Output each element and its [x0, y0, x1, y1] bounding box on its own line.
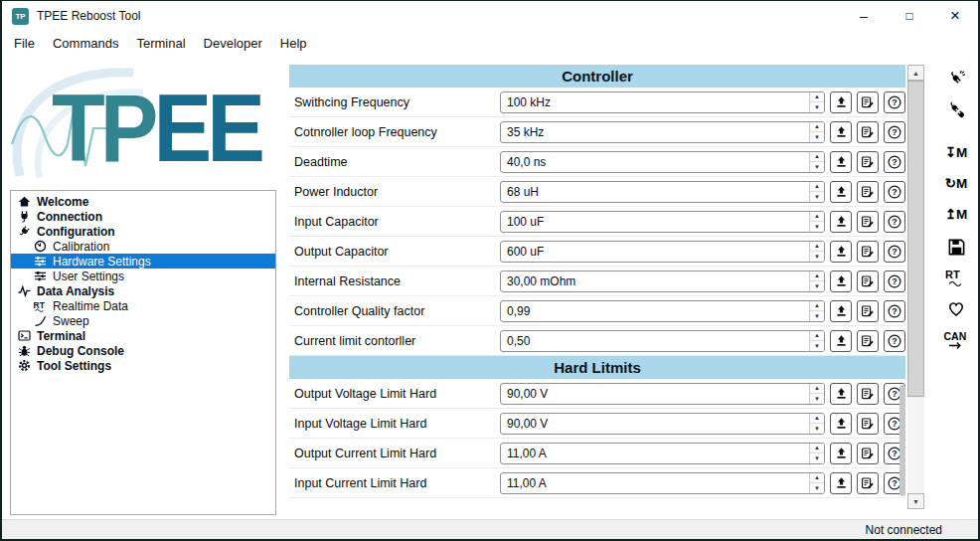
output-capacitor-input[interactable]: 600 uF▲▼	[500, 241, 825, 263]
close-button[interactable]: ×	[932, 1, 978, 31]
spin-down-button[interactable]: ▼	[810, 102, 824, 112]
eeprom-write-button[interactable]	[857, 121, 879, 143]
upload-button[interactable]	[830, 151, 852, 173]
sidebar-item-terminal[interactable]: Terminal	[11, 328, 275, 343]
eeprom-write-button[interactable]	[857, 241, 879, 263]
help-button[interactable]: ?	[884, 300, 905, 322]
upload-button[interactable]	[830, 383, 852, 405]
sidebar-item-sweep[interactable]: Sweep	[11, 313, 275, 328]
internal-resistance-input[interactable]: 30,00 mOhm▲▼	[500, 270, 825, 292]
power-inductor-input[interactable]: 68 uH▲▼	[500, 181, 825, 203]
maximize-button[interactable]: □	[887, 1, 932, 31]
eeprom-write-button[interactable]	[857, 270, 879, 292]
scroll-up-icon[interactable]: ▲	[907, 65, 924, 81]
memory-store-button[interactable]: ↧M	[940, 140, 972, 164]
minimize-button[interactable]: –	[841, 1, 887, 31]
disconnect-button[interactable]	[940, 99, 972, 123]
input-capacitor-input[interactable]: 100 uF▲▼	[500, 211, 825, 233]
spin-down-button[interactable]: ▼	[810, 341, 824, 351]
eeprom-write-button[interactable]	[857, 91, 879, 113]
eeprom-write-button[interactable]	[857, 413, 879, 435]
upload-button[interactable]	[830, 211, 852, 233]
eeprom-write-button[interactable]	[857, 472, 879, 494]
spin-down-button[interactable]: ▼	[810, 453, 824, 463]
menu-commands[interactable]: Commands	[44, 33, 127, 54]
menu-terminal[interactable]: Terminal	[127, 33, 194, 54]
help-button[interactable]: ?	[884, 330, 905, 352]
deadtime-input[interactable]: 40,0 ns▲▼	[500, 151, 825, 173]
eeprom-write-button[interactable]	[857, 383, 879, 405]
spin-down-button[interactable]: ▼	[810, 311, 824, 321]
upload-button[interactable]	[830, 121, 852, 143]
input-voltage-limit-hard-input[interactable]: 90,00 V▲▼	[500, 413, 825, 435]
spin-down-button[interactable]: ▼	[810, 394, 824, 404]
realtime-button[interactable]: RT	[940, 268, 972, 291]
upload-button[interactable]	[830, 472, 852, 494]
save-button[interactable]	[940, 237, 972, 261]
spin-up-button[interactable]: ▲	[810, 92, 824, 103]
eeprom-write-button[interactable]	[857, 300, 879, 322]
spin-down-button[interactable]: ▼	[810, 192, 824, 202]
upload-button[interactable]	[830, 443, 852, 464]
sidebar-item-user-settings[interactable]: User Settings	[11, 269, 275, 283]
help-button[interactable]: ?	[884, 181, 905, 203]
spin-down-button[interactable]: ▼	[810, 424, 824, 434]
spin-up-button[interactable]: ▲	[810, 414, 824, 425]
spin-up-button[interactable]: ▲	[810, 331, 824, 342]
spin-down-button[interactable]: ▼	[810, 281, 824, 291]
eeprom-write-button[interactable]	[857, 443, 879, 464]
input-current-limit-hard-input[interactable]: 11,00 A▲▼	[500, 472, 825, 494]
health-button[interactable]	[940, 298, 972, 322]
spin-down-button[interactable]: ▼	[810, 132, 824, 142]
help-button[interactable]: ?	[884, 91, 905, 113]
upload-button[interactable]	[830, 300, 852, 322]
scrollbar-thumb[interactable]	[907, 81, 924, 397]
can-button[interactable]: CAN	[940, 329, 972, 353]
upload-button[interactable]	[830, 91, 852, 113]
menu-help[interactable]: Help	[271, 33, 316, 54]
upload-button[interactable]	[830, 270, 852, 292]
spin-up-button[interactable]: ▲	[810, 444, 824, 454]
output-current-limit-hard-input[interactable]: 11,00 A▲▼	[500, 443, 825, 464]
eeprom-write-button[interactable]	[857, 211, 879, 233]
sidebar-item-hardware-settings[interactable]: Hardware Settings	[11, 254, 275, 269]
cotnroller-loop-frequency-input[interactable]: 35 kHz▲▼	[500, 121, 825, 143]
upload-button[interactable]	[830, 181, 852, 203]
eeprom-write-button[interactable]	[857, 151, 879, 173]
help-button[interactable]: ?	[884, 151, 905, 173]
sidebar-item-connection[interactable]: Connection	[11, 209, 275, 224]
upload-button[interactable]	[830, 241, 852, 263]
help-button[interactable]: ?	[884, 121, 905, 143]
scrollbar-track[interactable]	[907, 81, 924, 493]
sidebar-item-tool-settings[interactable]: Tool Settings	[11, 358, 275, 373]
spin-up-button[interactable]: ▲	[810, 242, 824, 253]
upload-button[interactable]	[830, 413, 852, 435]
sidebar-item-realtime-data[interactable]: RTRealtime Data	[11, 298, 275, 313]
eeprom-write-button[interactable]	[857, 330, 879, 352]
sidebar-item-debug-console[interactable]: Debug Console	[11, 343, 275, 358]
spin-up-button[interactable]: ▲	[810, 122, 824, 133]
spin-up-button[interactable]: ▲	[810, 152, 824, 163]
spin-up-button[interactable]: ▲	[810, 384, 824, 395]
menu-file[interactable]: File	[5, 33, 44, 54]
scroll-down-icon[interactable]: ▼	[907, 493, 924, 509]
sidebar-item-data-analysis[interactable]: Data Analysis	[11, 283, 275, 298]
connect-button[interactable]	[940, 69, 972, 92]
spin-up-button[interactable]: ▲	[810, 212, 824, 223]
swithcing-frequency-input[interactable]: 100 kHz▲▼	[500, 91, 825, 113]
upload-button[interactable]	[830, 330, 852, 352]
output-voltage-limit-hard-input[interactable]: 90,00 V▲▼	[500, 383, 825, 405]
menu-developer[interactable]: Developer	[195, 33, 271, 54]
spin-up-button[interactable]: ▲	[810, 182, 824, 193]
memory-load-button[interactable]: ↥M	[940, 202, 972, 226]
memory-reload-button[interactable]: ↻M	[940, 171, 972, 195]
help-button[interactable]: ?	[884, 241, 905, 263]
spin-up-button[interactable]: ▲	[810, 473, 824, 484]
sidebar-item-welcome[interactable]: Welcome	[11, 194, 275, 209]
sidebar-item-configuration[interactable]: Configuration	[11, 224, 275, 239]
eeprom-write-button[interactable]	[857, 181, 879, 203]
inner-scrollbar-thumb[interactable]	[899, 385, 905, 496]
spin-down-button[interactable]: ▼	[810, 483, 824, 493]
sidebar-item-calibration[interactable]: Calibration	[11, 239, 275, 254]
controller-quality-factor-input[interactable]: 0,99▲▼	[500, 300, 825, 322]
